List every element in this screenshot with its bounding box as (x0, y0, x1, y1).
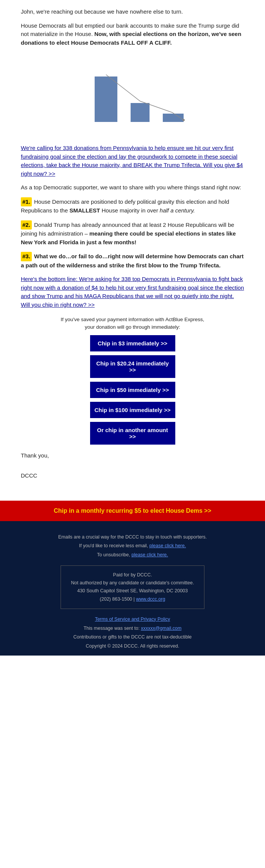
footer-line-1: Emails are a crucial way for the DCCC to… (15, 534, 250, 541)
thank-you-text: Thank you, (21, 451, 244, 460)
point-3-label: #3. (21, 252, 32, 261)
red-cta-bar[interactable]: Chip in a monthly recurring $5 to elect … (0, 501, 265, 521)
red-cta-link[interactable]: Chip in a monthly recurring $5 to elect … (54, 507, 211, 514)
point-1: #1. House Democrats are positioned to de… (21, 197, 244, 215)
legal-line-4: (202) 863-1500 | www.dccc.org (68, 595, 197, 603)
footer-unsubscribe-link[interactable]: please click here. (131, 552, 168, 557)
donate-btn-50[interactable]: Chip in $50 immediately >> (90, 382, 175, 398)
bar-2 (131, 103, 150, 122)
trend-endpoint (182, 119, 185, 121)
point-2: #2. Donald Trump has already announced t… (21, 220, 244, 247)
legal-line-3: 430 South Capitol Street SE, Washington,… (68, 587, 197, 595)
legal-line-4-pre: (202) 863-1500 | (100, 596, 136, 602)
donation-intro-line1: If you've saved your payment information… (61, 317, 204, 322)
footer-not-deductible: Contributions or gifts to the DCCC are n… (15, 634, 250, 641)
sent-to-pre: This message was sent to: (84, 626, 141, 631)
terms-link[interactable]: Terms of Service and Privacy Policy (95, 617, 170, 622)
share-intro: As a top Democratic supporter, we want t… (21, 183, 244, 192)
footer-less-email-link[interactable]: please click here. (150, 543, 186, 548)
intro-paragraph-1: John, we're reaching out because we have… (21, 8, 244, 16)
donation-intro-line2: your donation will go through immediatel… (85, 324, 180, 330)
donate-btn-20[interactable]: Chip in $20.24 immediately >> (90, 355, 175, 378)
main-cta-link[interactable]: We're calling for 338 donations from Pen… (21, 145, 243, 177)
sent-to-email[interactable]: xxxxxx@gmail.com (141, 626, 181, 631)
footer-line-3: To unsubscribe, please click here. (15, 551, 250, 559)
bar-1 (95, 76, 117, 122)
donate-btn-3[interactable]: Chip in $3 immediately >> (90, 335, 175, 351)
donation-section: If you've saved your payment information… (21, 316, 244, 445)
donate-btn-other[interactable]: Or chip in another amount >> (90, 422, 175, 445)
footer-sent-to: This message was sent to: xxxxxx@gmail.c… (15, 625, 250, 632)
donations-chart (72, 54, 193, 137)
main-content: John, we're reaching out because we have… (0, 0, 265, 493)
legal-line-1: Paid for by DCCC. (68, 571, 197, 579)
donation-intro: If you've saved your payment information… (21, 316, 244, 331)
sign-off-text: DCCC (21, 471, 244, 480)
legal-line-2: Not authorized by any candidate or candi… (68, 579, 197, 587)
footer-copyright: Copyright © 2024 DCCC. All rights reserv… (15, 643, 250, 650)
footer-terms: Terms of Service and Privacy Policy (15, 616, 250, 623)
point-1-italic: half a century. (160, 207, 195, 214)
bottom-cta-link[interactable]: Here's the bottom line: We're asking for… (21, 276, 244, 308)
footer-line-2-pre: If you'd like to receive less email, (79, 543, 150, 548)
footer-line-3-pre: To unsubscribe, (97, 552, 131, 557)
point-2-label: #2. (21, 220, 32, 230)
footer-legal-box: Paid for by DCCC. Not authorized by any … (61, 565, 204, 609)
chart-container (21, 54, 244, 137)
footer-line-2: If you'd like to receive less email, ple… (15, 542, 250, 550)
donate-btn-100[interactable]: Chip in $100 immediately >> (90, 402, 175, 418)
point-1-rest: House majority in over (100, 207, 160, 214)
point-3-bold: What we do…or fail to do…right now will … (21, 253, 243, 269)
intro-paragraph-2: House Democrats all but emptied our bank… (21, 22, 244, 47)
bottom-link-paragraph: Here's the bottom line: We're asking for… (21, 275, 244, 309)
point-1-label: #1. (21, 197, 32, 207)
dccc-org-link[interactable]: www.dccc.org (136, 596, 165, 602)
footer: Emails are a crucial way for the DCCC to… (0, 521, 265, 656)
cta-link-paragraph: We're calling for 338 donations from Pen… (21, 144, 244, 178)
point-3: #3. What we do…or fail to do…right now w… (21, 252, 244, 270)
thank-you-section: Thank you, DCCC (21, 451, 244, 480)
point-1-bold: SMALLEST (69, 207, 100, 214)
